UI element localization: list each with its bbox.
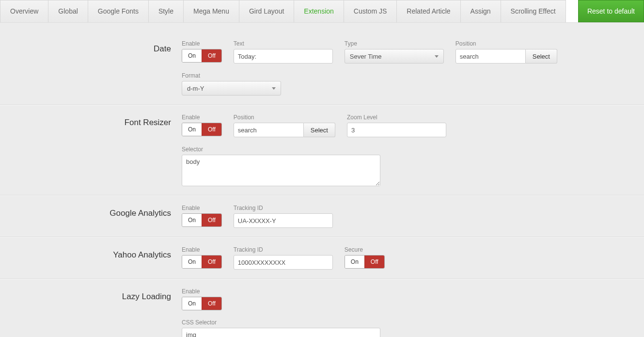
fontresizer-enable-on[interactable]: On — [182, 123, 202, 136]
section-title-yahoo-analytics: Yahoo Analytics — [0, 246, 182, 270]
date-position-label: Position — [456, 40, 557, 47]
ya-secure-off[interactable]: Off — [364, 256, 384, 268]
section-google-analytics: Google Analytics Enable On Off Tracking … — [0, 195, 644, 237]
date-format-label: Format — [182, 72, 634, 79]
date-type-dropdown[interactable]: Sever Time — [345, 49, 444, 64]
tab-bar: Overview Global Google Fonts Style Mega … — [0, 0, 644, 23]
lazy-css-selector-textarea[interactable] — [182, 328, 380, 337]
fontresizer-zoom-input[interactable] — [347, 123, 446, 137]
tab-grid-layout[interactable]: Gird Layout — [239, 0, 294, 22]
fontresizer-enable-label: Enable — [182, 114, 222, 121]
chevron-down-icon — [435, 55, 439, 58]
section-yahoo-analytics: Yahoo Analytics Enable On Off Tracking I… — [0, 237, 644, 279]
fontresizer-enable-toggle[interactable]: On Off — [182, 123, 222, 136]
ga-enable-on[interactable]: On — [182, 214, 202, 226]
date-enable-toggle[interactable]: On Off — [182, 49, 222, 63]
tab-google-fonts[interactable]: Google Fonts — [88, 0, 149, 22]
section-title-date: Date — [0, 40, 182, 96]
reset-to-default-button[interactable]: Reset to default — [578, 0, 644, 22]
ya-enable-off[interactable]: Off — [202, 256, 221, 268]
section-title-lazy-loading: Lazy Loading — [0, 288, 182, 337]
fontresizer-enable-off[interactable]: Off — [202, 123, 221, 136]
extension-panel: Date Enable On Off Text Type Sever Time — [0, 23, 644, 337]
section-lazy-loading: Lazy Loading Enable On Off CSS Selector — [0, 279, 644, 337]
date-enable-label: Enable — [182, 40, 222, 47]
ga-enable-label: Enable — [182, 205, 222, 211]
tab-assign[interactable]: Assign — [460, 0, 501, 22]
ya-secure-toggle[interactable]: On Off — [345, 255, 385, 269]
lazy-enable-on[interactable]: On — [182, 297, 202, 310]
ya-secure-label: Secure — [345, 246, 385, 253]
fontresizer-position-select-button[interactable]: Select — [304, 123, 335, 137]
ga-enable-off[interactable]: Off — [202, 214, 221, 226]
ya-enable-label: Enable — [182, 246, 222, 253]
fontresizer-position-input[interactable] — [234, 123, 304, 137]
lazy-css-selector-label: CSS Selector — [182, 319, 634, 326]
tab-mega-menu[interactable]: Mega Menu — [183, 0, 239, 22]
section-date: Date Enable On Off Text Type Sever Time — [0, 32, 644, 105]
section-font-resizer: Font Resizer Enable On Off Position Sele… — [0, 105, 644, 195]
ga-tracking-label: Tracking ID — [234, 205, 333, 211]
fontresizer-selector-label: Selector — [182, 146, 634, 153]
date-format-dropdown[interactable]: d-m-Y — [182, 81, 281, 96]
date-position-input[interactable] — [456, 49, 526, 64]
date-enable-on[interactable]: On — [182, 49, 202, 62]
lazy-enable-toggle[interactable]: On Off — [182, 297, 222, 310]
section-title-google-analytics: Google Analytics — [0, 205, 182, 228]
ya-secure-on[interactable]: On — [345, 256, 364, 268]
date-type-value: Sever Time — [350, 53, 382, 60]
chevron-down-icon — [272, 87, 276, 90]
date-text-label: Text — [234, 40, 333, 47]
tab-extension[interactable]: Extension — [294, 0, 344, 22]
tab-related-article[interactable]: Related Article — [396, 0, 460, 22]
fontresizer-selector-textarea[interactable] — [182, 155, 380, 186]
tab-custom-js[interactable]: Custom JS — [344, 0, 397, 22]
ya-tracking-input[interactable] — [234, 255, 333, 270]
fontresizer-position-label: Position — [234, 114, 335, 121]
tab-scrolling-effect[interactable]: Scrolling Effect — [501, 0, 566, 22]
section-title-font-resizer: Font Resizer — [0, 114, 182, 186]
ga-tracking-input[interactable] — [234, 213, 333, 228]
ya-tracking-label: Tracking ID — [234, 246, 333, 253]
date-position-select-button[interactable]: Select — [526, 49, 557, 64]
tab-style[interactable]: Style — [148, 0, 184, 22]
date-text-input[interactable] — [234, 49, 333, 64]
tab-overview[interactable]: Overview — [0, 0, 48, 22]
date-type-label: Type — [345, 40, 444, 47]
ya-enable-on[interactable]: On — [182, 256, 202, 268]
ga-enable-toggle[interactable]: On Off — [182, 213, 222, 227]
lazy-enable-off[interactable]: Off — [202, 297, 221, 310]
ya-enable-toggle[interactable]: On Off — [182, 255, 222, 269]
date-enable-off[interactable]: Off — [202, 49, 221, 62]
fontresizer-zoom-label: Zoom Level — [347, 114, 446, 121]
date-format-value: d-m-Y — [187, 85, 204, 92]
lazy-enable-label: Enable — [182, 288, 634, 295]
tab-global[interactable]: Global — [48, 0, 88, 22]
